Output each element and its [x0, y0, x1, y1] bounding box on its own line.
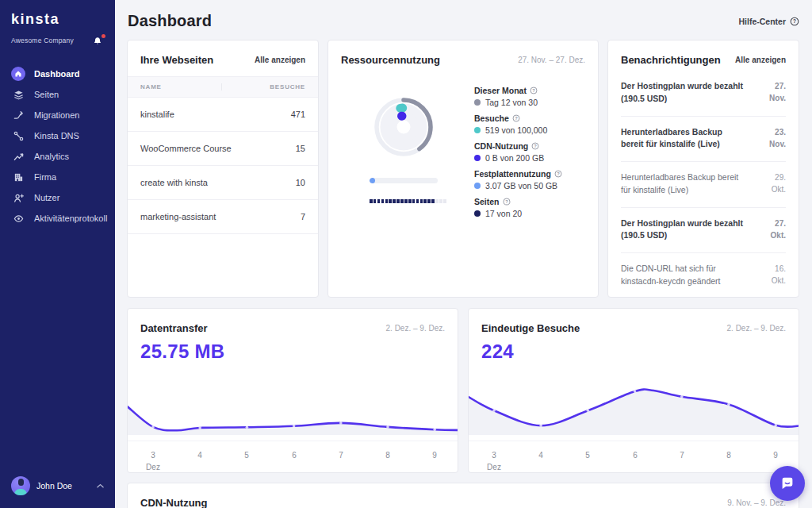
show-all-link[interactable]: Alle anzeigen: [735, 56, 786, 64]
question-circle-icon[interactable]: ?: [530, 87, 538, 94]
table-header: Name Besuche: [128, 76, 318, 98]
column-visits: Besuche: [221, 83, 305, 90]
legend-item: Besuche? 519 von 100,000: [474, 114, 585, 135]
sidebar-item-nutzer[interactable]: Nutzer: [0, 187, 115, 208]
svg-text:?: ?: [515, 116, 518, 121]
sidebar-item-migrationen[interactable]: Migrationen: [0, 105, 115, 125]
x-axis: 3Dez 4 5 6 7 8 9: [128, 441, 458, 472]
date-range: 9. Nov. – 9. Dez.: [727, 498, 786, 507]
legend-value: 519 von 100,000: [485, 125, 547, 135]
sidebar-item-aktivitaetenprotokoll[interactable]: Aktivitätenprotokoll: [0, 208, 115, 229]
site-visits: 7: [301, 212, 305, 221]
legend-label: Festplattennutzung: [474, 169, 551, 179]
show-all-link[interactable]: Alle anzeigen: [255, 56, 305, 64]
help-center-link[interactable]: Hilfe-Center ?: [738, 17, 799, 26]
notifications-card: Benachrichtigungen Alle anzeigen Der Hos…: [607, 40, 799, 298]
sites-usage-bar: [370, 199, 438, 203]
legend-value: 3.07 GB von 50 GB: [485, 181, 557, 190]
svg-text:?: ?: [532, 88, 535, 93]
topbar: Dashboard Hilfe-Center ?: [115, 0, 812, 40]
table-row[interactable]: marketing-assistant 7: [128, 200, 318, 234]
data-transfer-card: Datentransfer 2. Dez. – 9. Dez. 25.75 MB…: [127, 308, 458, 473]
svg-text:?: ?: [534, 144, 537, 148]
site-name: create with kinsta: [140, 178, 208, 187]
notification-item[interactable]: Herunterladbares Backup bereit für kinst…: [621, 162, 786, 208]
data-transfer-line-chart: [128, 308, 458, 437]
unique-visits-card: Eindeutige Besuche 2. Dez. – 9. Dez. 224…: [468, 308, 799, 473]
brand-area: Kinsta Awesome Company: [0, 0, 115, 46]
legend-item: Seiten? 17 von 20: [474, 197, 585, 218]
card-title: Ihre Webseiten: [140, 54, 213, 66]
legend-value: 17 von 20: [485, 209, 522, 218]
page-title: Dashboard: [128, 12, 212, 30]
legend-dot: [474, 155, 481, 161]
sidebar-item-dashboard[interactable]: Dashboard: [0, 64, 115, 84]
site-name: kinstalife: [140, 110, 174, 119]
legend-dot: [474, 210, 481, 217]
site-visits: 471: [291, 110, 305, 119]
legend-value: Tag 12 von 30: [485, 98, 538, 107]
avatar: [11, 476, 30, 495]
notification-text: Der Hostingplan wurde bezahlt (190.5 USD…: [621, 80, 745, 106]
card-title: CDN-Nutzung: [140, 497, 207, 508]
table-row[interactable]: WooCommerce Course 15: [128, 132, 318, 166]
legend-dot: [474, 127, 481, 133]
x-axis: 3Dez 4 5 6 7 8 9: [469, 441, 799, 472]
notification-item[interactable]: Der Hostingplan wurde bezahlt (190.5 USD…: [621, 71, 786, 117]
sidebar-item-label: Kinsta DNS: [34, 131, 79, 140]
resource-gauges: [341, 84, 466, 225]
date-range: 27. Nov. – 27. Dez.: [518, 56, 585, 64]
x-tick: 8: [726, 447, 731, 461]
legend-item: Dieser Monat? Tag 12 von 30: [474, 86, 585, 107]
legend-dot: [474, 183, 481, 189]
legend-item: Festplattennutzung? 3.07 GB von 50 GB: [474, 169, 585, 190]
x-tick: 6: [633, 447, 638, 461]
notifications-bell-icon[interactable]: [93, 35, 104, 46]
sidebar-item-label: Dashboard: [34, 69, 79, 79]
question-circle-icon[interactable]: ?: [531, 142, 539, 150]
chat-launcher-button[interactable]: [770, 466, 805, 501]
notification-item[interactable]: Der Hostingplan wurde bezahlt (190.5 USD…: [621, 208, 786, 254]
column-name: Name: [140, 83, 162, 90]
card-title: Benachrichtigungen: [621, 54, 721, 66]
notification-list: Der Hostingplan wurde bezahlt (190.5 USD…: [608, 71, 799, 298]
question-circle-icon: ?: [790, 17, 799, 26]
sidebar-item-firma[interactable]: Firma: [0, 167, 115, 187]
resource-legend: Dieser Monat? Tag 12 von 30 Besuche? 519…: [466, 84, 585, 225]
card-title: Ressourcennutzung: [341, 54, 440, 66]
sidebar: Kinsta Awesome Company Dashboard Seiten …: [0, 0, 115, 508]
question-circle-icon[interactable]: ?: [554, 170, 562, 178]
question-circle-icon[interactable]: ?: [503, 198, 511, 206]
question-circle-icon[interactable]: ?: [512, 114, 520, 122]
svg-text:?: ?: [557, 171, 560, 176]
notification-date: 23.Nov.: [769, 126, 786, 152]
legend-value: 0 B von 200 GB: [485, 153, 544, 163]
x-tick: 6: [292, 447, 297, 461]
legend-label: Besuche: [474, 114, 509, 123]
sidebar-item-label: Firma: [34, 172, 56, 182]
sidebar-item-label: Seiten: [34, 90, 59, 99]
sidebar-item-seiten[interactable]: Seiten: [0, 84, 115, 105]
sidebar-nav: Dashboard Seiten Migrationen Kinsta DNS …: [0, 64, 115, 467]
user-menu[interactable]: John Doe: [0, 467, 115, 508]
analytics-chart-icon: [11, 149, 25, 164]
notification-date: 29.Okt.: [772, 171, 786, 197]
sidebar-item-label: Migrationen: [34, 110, 79, 120]
table-row[interactable]: create with kinsta 10: [128, 166, 318, 200]
sidebar-item-kinsta-dns[interactable]: Kinsta DNS: [0, 125, 115, 146]
notification-item[interactable]: Die CDN-URL hat sich für kinstacdn-keycd…: [621, 253, 786, 298]
sidebar-item-analytics[interactable]: Analytics: [0, 146, 115, 167]
migration-arrow-icon: [11, 108, 25, 122]
legend-dot: [474, 99, 481, 106]
home-icon: [11, 67, 25, 81]
x-tick: 4: [538, 447, 543, 461]
notification-item[interactable]: Herunterladbares Backup bereit für kinst…: [621, 117, 786, 163]
x-tick: 7: [339, 447, 343, 461]
table-row[interactable]: kinstalife 471: [128, 98, 318, 132]
main-content: Dashboard Hilfe-Center ? Ihre Webseiten …: [115, 0, 812, 508]
notification-date: 16.Okt.: [772, 263, 786, 288]
usage-donut-chart: [370, 94, 437, 160]
site-visits: 15: [296, 144, 305, 153]
websites-card: Ihre Webseiten Alle anzeigen Name Besuch…: [127, 40, 319, 298]
unique-visits-line-chart: [469, 308, 799, 437]
